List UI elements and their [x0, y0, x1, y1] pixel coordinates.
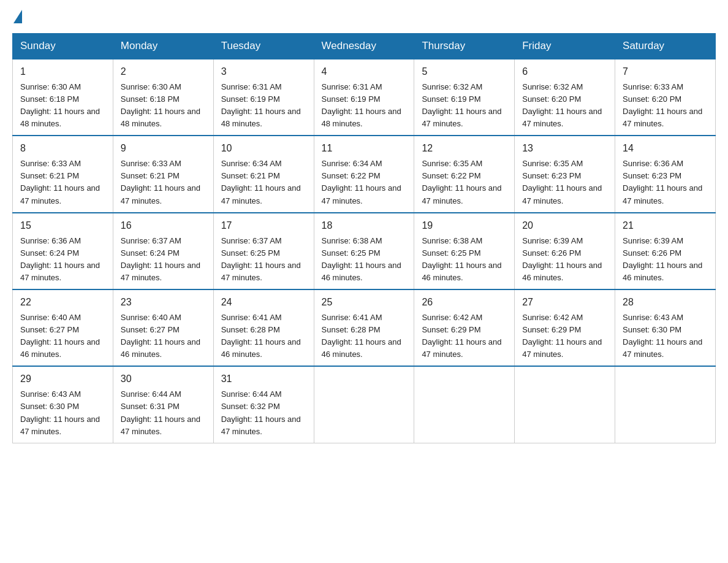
- calendar-cell: 20 Sunrise: 6:39 AMSunset: 6:26 PMDaylig…: [515, 213, 615, 289]
- calendar-cell: 14 Sunrise: 6:36 AMSunset: 6:23 PMDaylig…: [615, 136, 716, 212]
- day-info: Sunrise: 6:44 AMSunset: 6:32 PMDaylight:…: [221, 389, 301, 435]
- day-number: 30: [121, 372, 206, 387]
- weekday-header-row: SundayMondayTuesdayWednesdayThursdayFrid…: [13, 34, 716, 59]
- day-number: 9: [121, 141, 206, 156]
- calendar-week-5: 29 Sunrise: 6:43 AMSunset: 6:30 PMDaylig…: [13, 366, 716, 443]
- calendar-cell: 23 Sunrise: 6:40 AMSunset: 6:27 PMDaylig…: [113, 289, 213, 366]
- day-number: 1: [20, 64, 105, 80]
- day-number: 20: [522, 218, 607, 234]
- calendar-cell: [615, 366, 716, 443]
- calendar-cell: 5 Sunrise: 6:32 AMSunset: 6:19 PMDayligh…: [414, 59, 515, 136]
- day-number: 26: [422, 295, 507, 310]
- logo: [12, 12, 22, 21]
- day-number: 12: [422, 141, 507, 156]
- day-number: 2: [121, 64, 206, 80]
- logo-triangle-icon: [13, 10, 22, 23]
- calendar-week-2: 8 Sunrise: 6:33 AMSunset: 6:21 PMDayligh…: [13, 136, 716, 212]
- day-number: 22: [20, 295, 105, 310]
- calendar-cell: 2 Sunrise: 6:30 AMSunset: 6:18 PMDayligh…: [113, 59, 213, 136]
- day-number: 19: [422, 218, 507, 234]
- day-info: Sunrise: 6:34 AMSunset: 6:21 PMDaylight:…: [221, 159, 301, 205]
- day-info: Sunrise: 6:39 AMSunset: 6:26 PMDaylight:…: [623, 236, 702, 282]
- day-info: Sunrise: 6:35 AMSunset: 6:23 PMDaylight:…: [522, 159, 602, 205]
- day-number: 8: [20, 141, 105, 156]
- calendar-cell: 25 Sunrise: 6:41 AMSunset: 6:28 PMDaylig…: [314, 289, 414, 366]
- day-info: Sunrise: 6:34 AMSunset: 6:22 PMDaylight:…: [322, 159, 401, 205]
- calendar-week-4: 22 Sunrise: 6:40 AMSunset: 6:27 PMDaylig…: [13, 289, 716, 366]
- day-number: 29: [20, 372, 105, 387]
- calendar-table: SundayMondayTuesdayWednesdayThursdayFrid…: [12, 33, 716, 443]
- weekday-header-tuesday: Tuesday: [213, 34, 314, 59]
- day-info: Sunrise: 6:41 AMSunset: 6:28 PMDaylight:…: [221, 313, 301, 359]
- day-info: Sunrise: 6:32 AMSunset: 6:20 PMDaylight:…: [522, 82, 602, 128]
- day-number: 15: [20, 218, 105, 234]
- calendar-cell: 13 Sunrise: 6:35 AMSunset: 6:23 PMDaylig…: [515, 136, 615, 212]
- day-number: 16: [121, 218, 206, 234]
- calendar-cell: 28 Sunrise: 6:43 AMSunset: 6:30 PMDaylig…: [615, 289, 716, 366]
- day-number: 25: [322, 295, 407, 310]
- day-info: Sunrise: 6:30 AMSunset: 6:18 PMDaylight:…: [121, 82, 200, 128]
- calendar-cell: 19 Sunrise: 6:38 AMSunset: 6:25 PMDaylig…: [414, 213, 515, 289]
- day-number: 24: [221, 295, 306, 310]
- day-info: Sunrise: 6:42 AMSunset: 6:29 PMDaylight:…: [422, 313, 501, 359]
- calendar-cell: 7 Sunrise: 6:33 AMSunset: 6:20 PMDayligh…: [615, 59, 716, 136]
- calendar-cell: 16 Sunrise: 6:37 AMSunset: 6:24 PMDaylig…: [113, 213, 213, 289]
- day-number: 18: [322, 218, 407, 234]
- calendar-cell: 10 Sunrise: 6:34 AMSunset: 6:21 PMDaylig…: [213, 136, 314, 212]
- day-info: Sunrise: 6:38 AMSunset: 6:25 PMDaylight:…: [422, 236, 501, 282]
- day-info: Sunrise: 6:35 AMSunset: 6:22 PMDaylight:…: [422, 159, 501, 205]
- day-info: Sunrise: 6:43 AMSunset: 6:30 PMDaylight:…: [623, 313, 702, 359]
- day-info: Sunrise: 6:30 AMSunset: 6:18 PMDaylight:…: [20, 82, 100, 128]
- day-info: Sunrise: 6:36 AMSunset: 6:24 PMDaylight:…: [20, 236, 100, 282]
- day-info: Sunrise: 6:37 AMSunset: 6:25 PMDaylight:…: [221, 236, 301, 282]
- day-number: 27: [522, 295, 607, 310]
- day-number: 4: [322, 64, 407, 80]
- calendar-cell: [414, 366, 515, 443]
- calendar-cell: 26 Sunrise: 6:42 AMSunset: 6:29 PMDaylig…: [414, 289, 515, 366]
- day-info: Sunrise: 6:42 AMSunset: 6:29 PMDaylight:…: [522, 313, 602, 359]
- day-info: Sunrise: 6:33 AMSunset: 6:21 PMDaylight:…: [20, 159, 100, 205]
- calendar-cell: 15 Sunrise: 6:36 AMSunset: 6:24 PMDaylig…: [13, 213, 113, 289]
- day-number: 6: [522, 64, 607, 80]
- calendar-week-1: 1 Sunrise: 6:30 AMSunset: 6:18 PMDayligh…: [13, 59, 716, 136]
- calendar-cell: 6 Sunrise: 6:32 AMSunset: 6:20 PMDayligh…: [515, 59, 615, 136]
- day-info: Sunrise: 6:33 AMSunset: 6:21 PMDaylight:…: [121, 159, 200, 205]
- calendar-cell: 27 Sunrise: 6:42 AMSunset: 6:29 PMDaylig…: [515, 289, 615, 366]
- day-info: Sunrise: 6:32 AMSunset: 6:19 PMDaylight:…: [422, 82, 501, 128]
- day-info: Sunrise: 6:37 AMSunset: 6:24 PMDaylight:…: [121, 236, 200, 282]
- calendar-cell: 22 Sunrise: 6:40 AMSunset: 6:27 PMDaylig…: [13, 289, 113, 366]
- calendar-cell: 29 Sunrise: 6:43 AMSunset: 6:30 PMDaylig…: [13, 366, 113, 443]
- day-number: 14: [623, 141, 708, 156]
- weekday-header-thursday: Thursday: [414, 34, 515, 59]
- calendar-cell: 18 Sunrise: 6:38 AMSunset: 6:25 PMDaylig…: [314, 213, 414, 289]
- day-number: 31: [221, 372, 306, 387]
- day-number: 7: [623, 64, 708, 80]
- calendar-cell: 31 Sunrise: 6:44 AMSunset: 6:32 PMDaylig…: [213, 366, 314, 443]
- day-number: 11: [322, 141, 407, 156]
- calendar-cell: [515, 366, 615, 443]
- calendar-cell: [314, 366, 414, 443]
- day-number: 5: [422, 64, 507, 80]
- calendar-week-3: 15 Sunrise: 6:36 AMSunset: 6:24 PMDaylig…: [13, 213, 716, 289]
- day-number: 13: [522, 141, 607, 156]
- day-number: 28: [623, 295, 708, 310]
- day-info: Sunrise: 6:33 AMSunset: 6:20 PMDaylight:…: [623, 82, 702, 128]
- calendar-cell: 17 Sunrise: 6:37 AMSunset: 6:25 PMDaylig…: [213, 213, 314, 289]
- calendar-cell: 8 Sunrise: 6:33 AMSunset: 6:21 PMDayligh…: [13, 136, 113, 212]
- weekday-header-wednesday: Wednesday: [314, 34, 414, 59]
- calendar-cell: 21 Sunrise: 6:39 AMSunset: 6:26 PMDaylig…: [615, 213, 716, 289]
- day-info: Sunrise: 6:31 AMSunset: 6:19 PMDaylight:…: [221, 82, 301, 128]
- day-number: 17: [221, 218, 306, 234]
- calendar-cell: 30 Sunrise: 6:44 AMSunset: 6:31 PMDaylig…: [113, 366, 213, 443]
- weekday-header-sunday: Sunday: [13, 34, 113, 59]
- day-info: Sunrise: 6:43 AMSunset: 6:30 PMDaylight:…: [20, 389, 100, 435]
- calendar-cell: 24 Sunrise: 6:41 AMSunset: 6:28 PMDaylig…: [213, 289, 314, 366]
- day-number: 3: [221, 64, 306, 80]
- day-number: 21: [623, 218, 708, 234]
- day-info: Sunrise: 6:40 AMSunset: 6:27 PMDaylight:…: [20, 313, 100, 359]
- calendar-cell: 4 Sunrise: 6:31 AMSunset: 6:19 PMDayligh…: [314, 59, 414, 136]
- day-info: Sunrise: 6:31 AMSunset: 6:19 PMDaylight:…: [322, 82, 401, 128]
- weekday-header-monday: Monday: [113, 34, 213, 59]
- weekday-header-saturday: Saturday: [615, 34, 716, 59]
- weekday-header-friday: Friday: [515, 34, 615, 59]
